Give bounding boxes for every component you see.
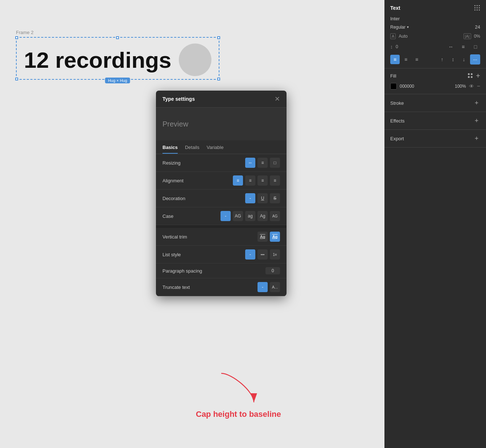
list-bullet-btn[interactable]: ••• [258, 249, 268, 260]
align-left-btn[interactable]: ≡ [233, 175, 243, 186]
letter-spacing: 0% [474, 34, 480, 39]
vertical-trim-standard-btn[interactable]: Ag [258, 232, 268, 242]
auto-label: Auto [399, 34, 408, 39]
truncate-text-controls: - A... [258, 282, 280, 292]
resize-fill-icon[interactable]: ≡ [458, 42, 468, 51]
export-title: Export [390, 136, 404, 141]
decoration-label: Decoration [162, 196, 185, 201]
stroke-title: Stroke [390, 100, 404, 106]
resize-auto-icon[interactable]: ↔ [446, 42, 456, 51]
case-label: Case [162, 213, 173, 219]
fill-opacity: 100% [455, 84, 466, 89]
case-lower-btn[interactable]: ag [245, 211, 255, 221]
frame-label: Frame 2 [16, 30, 33, 35]
align-right-btn[interactable]: ≡ [258, 175, 268, 186]
stroke-add-btn[interactable]: + [473, 99, 480, 107]
decoration-none-btn[interactable]: - [245, 193, 255, 203]
effects-add-btn[interactable]: + [473, 117, 480, 124]
line-height-row: ↕ 0 ↔ ≡ □ [384, 42, 486, 54]
tab-variable[interactable]: Variable [207, 145, 224, 154]
case-upper-btn[interactable]: AG [233, 211, 243, 221]
paragraph-spacing-controls [265, 267, 280, 274]
fill-section: Fill + 000000 100% 👁 − [384, 68, 486, 94]
panel-title-row: Text [384, 0, 486, 14]
resize-handle-tr[interactable] [217, 36, 220, 39]
a-icon: A [390, 33, 396, 39]
case-row: Case - AG ag Ag AG [156, 207, 287, 225]
fill-visibility-icon[interactable]: 👁 [469, 83, 474, 89]
fill-header: Fill + [384, 69, 486, 82]
alignment-row: Alignment ≡ ≡ ≡ ≡ [156, 172, 287, 190]
resizing-auto-btn[interactable]: ↔ [245, 158, 255, 168]
font-name-row: Inter [384, 14, 486, 24]
tab-basics[interactable]: Basics [162, 145, 178, 154]
arrow-svg [218, 370, 261, 406]
case-title-btn[interactable]: Ag [258, 211, 268, 221]
align-center-btn[interactable]: ≡ [401, 55, 411, 64]
right-panel: Text Inter Regular ▾ 24 A Auto |A| 0% ↕ … [384, 0, 486, 448]
resizing-row: Resizing ↔ ≡ □ [156, 154, 287, 172]
decoration-strikethrough-btn[interactable]: S [270, 193, 280, 203]
canvas-area: Frame 2 12 recordings Hug × Hug Type set… [0, 0, 384, 448]
dialog-body: Resizing ↔ ≡ □ Alignment ≡ ≡ ≡ ≡ D [156, 154, 287, 296]
resize-handle-bl[interactable] [15, 78, 18, 80]
align-justify-btn[interactable]: ≡ [270, 175, 280, 186]
dots-menu[interactable] [474, 5, 480, 11]
effects-section: Effects + [384, 112, 486, 130]
align-right-btn[interactable]: ≡ [412, 55, 421, 64]
export-section: Export + [384, 130, 486, 148]
tab-details[interactable]: Details [185, 145, 199, 154]
paragraph-spacing-input[interactable] [265, 267, 280, 274]
paragraph-spacing-label: Paragraph spacing [162, 268, 202, 274]
close-button[interactable]: ✕ [275, 96, 280, 102]
export-add-btn[interactable]: + [473, 135, 480, 142]
case-none-btn[interactable]: - [221, 211, 231, 221]
line-height-value: 0 [396, 44, 398, 49]
valign-bot-btn[interactable]: ↓ [459, 55, 469, 64]
text-align-row: ≡ ≡ ≡ ↑ ↕ ↓ ··· [384, 54, 486, 68]
truncate-ellipsis-btn[interactable]: A... [270, 282, 280, 292]
align-left-btn[interactable]: ≡ [390, 55, 400, 64]
case-small-caps-btn[interactable]: AG [270, 211, 280, 221]
arrow-annotation: Cap height to baseline [196, 406, 281, 419]
decoration-underline-btn[interactable]: U [258, 193, 268, 203]
paragraph-spacing-row: Paragraph spacing [156, 264, 287, 278]
resize-fixed-icon[interactable]: □ [471, 42, 480, 51]
font-size-value: 24 [475, 24, 480, 30]
cap-height-label: Cap height to baseline [196, 410, 281, 419]
font-style-row: Regular ▾ 24 [384, 24, 486, 33]
frame-text: 12 recordings [24, 47, 172, 73]
case-controls: - AG ag Ag AG [221, 211, 280, 221]
fill-remove-icon[interactable]: − [477, 83, 480, 90]
resize-handle-tm[interactable] [116, 36, 119, 39]
more-options-btn[interactable]: ··· [470, 54, 480, 65]
align-center-btn[interactable]: ≡ [245, 175, 255, 186]
font-style-select[interactable]: Regular ▾ [390, 25, 409, 30]
list-numbered-btn[interactable]: 1≡ [270, 249, 280, 260]
resize-handle-tl[interactable] [15, 36, 18, 39]
valign-mid-btn[interactable]: ↕ [448, 55, 458, 64]
hug-label: Hug × Hug [105, 78, 130, 83]
vertical-trim-cap-btn[interactable]: Ag [270, 232, 280, 242]
fill-add-btn[interactable]: + [476, 72, 480, 79]
list-none-btn[interactable]: - [245, 249, 255, 260]
list-style-label: List style [162, 252, 181, 257]
fill-title: Fill [390, 73, 396, 79]
decoration-controls: - U S [245, 193, 280, 203]
resizing-fixed-btn[interactable]: ≡ [258, 158, 268, 168]
font-style-value: Regular [390, 25, 405, 30]
vertical-trim-label: Vertical trim [162, 234, 187, 240]
line-height-icon: ↕ [390, 44, 393, 50]
list-style-row: List style - ••• 1≡ [156, 246, 287, 264]
font-name: Inter [390, 16, 400, 21]
resize-handle-br[interactable] [217, 78, 220, 80]
alignment-label: Alignment [162, 178, 184, 183]
fill-color-swatch[interactable] [390, 83, 397, 90]
alignment-controls: ≡ ≡ ≡ ≡ [233, 175, 280, 186]
valign-top-btn[interactable]: ↑ [437, 55, 447, 64]
frame-circle [179, 43, 211, 76]
resizing-fill-btn[interactable]: □ [270, 158, 280, 168]
truncate-text-label: Truncate text [162, 285, 190, 290]
truncate-none-btn[interactable]: - [258, 282, 268, 292]
fill-grid-icon[interactable] [468, 73, 473, 78]
